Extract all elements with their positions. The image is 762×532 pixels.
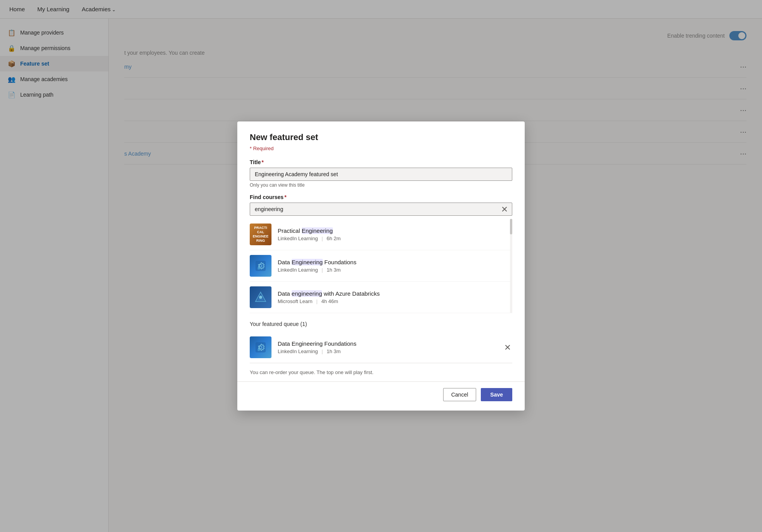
azure-thumbnail [250, 286, 271, 308]
course-name-azure: Data engineering with Azure Databricks [278, 290, 509, 297]
course-meta-practical: LinkedIn Learning | 6h 2m [278, 236, 509, 241]
modal-header: New featured set Required [237, 121, 525, 154]
queue-separator: | [322, 348, 323, 354]
separator-1: | [322, 236, 323, 241]
course-thumb-practical: PRACTICALENGINEERING [250, 224, 271, 245]
queue-remove-button[interactable] [503, 343, 512, 352]
course-thumb-def [250, 255, 271, 277]
highlight-practical: Engineering [302, 227, 333, 234]
course-duration-azure: 4h 46m [321, 298, 338, 304]
search-results: PRACTICALENGINEERING Practical Engineeri… [250, 219, 512, 313]
remove-icon [505, 344, 511, 350]
modal-title: New featured set [250, 132, 512, 142]
azure-svg [254, 291, 267, 304]
queue-name-def: Data Engineering Foundations [278, 340, 497, 347]
queue-item-def: Data Engineering Foundations LinkedIn Le… [250, 332, 512, 363]
course-item-practical-engineering[interactable]: PRACTICALENGINEERING Practical Engineeri… [250, 219, 512, 250]
course-info-def: Data Engineering Foundations LinkedIn Le… [278, 259, 509, 273]
course-provider-def: LinkedIn Learning [278, 267, 318, 273]
required-note: Required [250, 146, 512, 151]
queue-info-def: Data Engineering Foundations LinkedIn Le… [278, 340, 497, 354]
clear-icon [501, 206, 508, 212]
course-thumb-azure [250, 286, 271, 308]
title-required-star: * [262, 159, 264, 165]
modal-overlay: New featured set Required Title* Only yo… [0, 0, 762, 532]
cancel-button[interactable]: Cancel [443, 388, 477, 401]
course-duration-def: 1h 3m [327, 267, 341, 273]
svg-point-7 [259, 296, 262, 299]
queue-provider-def: LinkedIn Learning [278, 348, 318, 354]
course-meta-azure: Microsoft Learn | 4h 46m [278, 298, 509, 304]
title-label: Title* [250, 159, 512, 165]
queue-thumb-def [250, 336, 271, 358]
course-provider-practical: LinkedIn Learning [278, 236, 318, 241]
scroll-track [510, 219, 512, 313]
course-duration-practical: 6h 2m [327, 236, 341, 241]
course-name-def: Data Engineering Foundations [278, 259, 509, 265]
course-item-data-engineering-foundations[interactable]: Data Engineering Foundations LinkedIn Le… [250, 250, 512, 282]
queue-def-thumbnail [250, 336, 271, 358]
title-input[interactable] [250, 168, 512, 181]
queue-gear-svg [255, 341, 266, 353]
svg-rect-8 [256, 342, 266, 352]
course-info-azure: Data engineering with Azure Databricks M… [278, 290, 509, 304]
search-input[interactable] [250, 203, 512, 216]
queue-label: Your featured queue (1) [250, 321, 512, 327]
save-button[interactable]: Save [481, 388, 512, 401]
modal-body: Title* Only you can view this title Find… [237, 154, 525, 381]
search-box [250, 203, 512, 216]
def-thumbnail [250, 255, 271, 277]
find-courses-required-star: * [284, 194, 286, 200]
course-provider-azure: Microsoft Learn [278, 298, 313, 304]
svg-rect-4 [258, 267, 260, 270]
highlight-azure: engineering [292, 290, 322, 297]
separator-3: | [316, 298, 317, 304]
course-name-practical: Practical Engineering [278, 227, 509, 234]
svg-rect-10 [258, 349, 260, 351]
gear-svg [255, 260, 266, 272]
search-clear-button[interactable] [501, 206, 508, 212]
course-info-practical: Practical Engineering LinkedIn Learning … [278, 227, 509, 241]
modal-footer: Cancel Save [237, 381, 525, 411]
highlight-def: Engineering [292, 259, 323, 265]
find-courses-label: Find courses* [250, 194, 512, 200]
modal-dialog: New featured set Required Title* Only yo… [237, 121, 525, 411]
svg-rect-2 [256, 261, 266, 271]
practical-thumbnail: PRACTICALENGINEERING [250, 224, 271, 245]
title-hint: Only you can view this title [250, 182, 512, 188]
course-meta-def: LinkedIn Learning | 1h 3m [278, 267, 509, 273]
queue-meta-def: LinkedIn Learning | 1h 3m [278, 348, 497, 354]
queue-duration-def: 1h 3m [327, 348, 341, 354]
course-item-azure-databricks[interactable]: Data engineering with Azure Databricks M… [250, 282, 512, 313]
separator-2: | [322, 267, 323, 273]
scroll-thumb [510, 219, 512, 234]
reorder-note: You can re-order your queue. The top one… [250, 369, 512, 375]
